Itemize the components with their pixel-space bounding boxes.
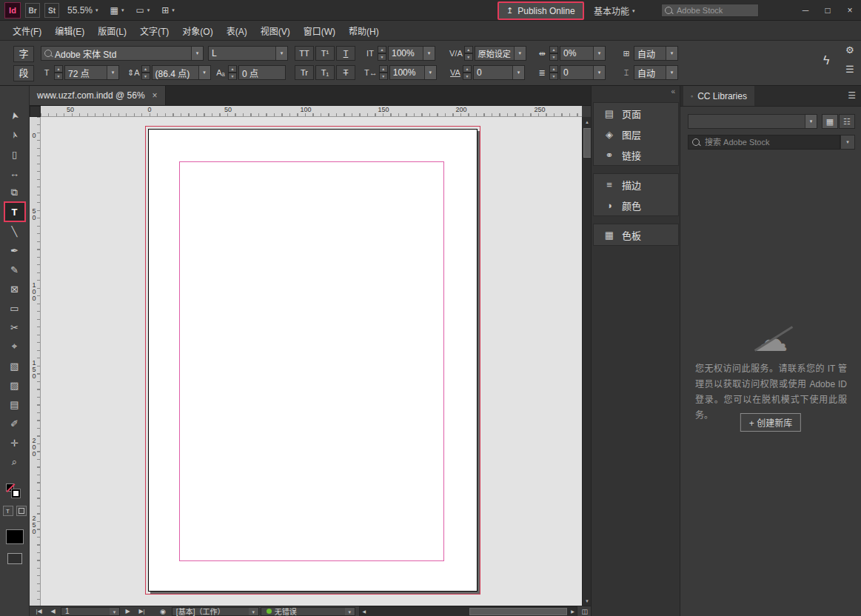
- collapse-panels-icon[interactable]: «: [671, 87, 675, 96]
- library-select-dropdown[interactable]: ▾: [688, 114, 817, 129]
- next-page-button[interactable]: ▶: [121, 608, 134, 615]
- underline-button[interactable]: T: [336, 46, 355, 61]
- type-tool[interactable]: T: [4, 202, 25, 221]
- grid-align-stepper[interactable]: ▲ ▼: [549, 65, 558, 80]
- all-caps-button[interactable]: TT: [295, 46, 314, 61]
- links-panel-button[interactable]: ⚭ 链接: [594, 144, 678, 165]
- grid-count-field[interactable]: 自动 ▾: [634, 46, 678, 61]
- horizontal-scrollbar[interactable]: ◀ ▶: [359, 606, 578, 616]
- screen-mode-button[interactable]: [7, 553, 22, 564]
- leading-stepper[interactable]: ▲ ▼: [141, 65, 150, 80]
- scrollbar-track[interactable]: [369, 607, 569, 616]
- gradient-feather-tool[interactable]: ▨: [4, 375, 25, 395]
- baseline-shift-field[interactable]: 0 点: [238, 65, 286, 80]
- vertical-scale-field[interactable]: 100% ▾: [388, 46, 435, 61]
- rectangle-frame-tool[interactable]: ⊠: [4, 279, 25, 298]
- cc-search-input[interactable]: [703, 137, 836, 147]
- maximize-button[interactable]: □: [817, 0, 839, 21]
- proportional-spacing-field[interactable]: 0% ▾: [560, 46, 606, 61]
- leading-field[interactable]: (86.4 点) ▾: [152, 65, 211, 80]
- stroke-panel-button[interactable]: ≡ 描边: [594, 174, 678, 195]
- fill-color-swatch[interactable]: [6, 529, 24, 544]
- publish-online-button[interactable]: ↥ Publish Online: [497, 1, 584, 20]
- chevron-down-icon[interactable]: ▾: [514, 47, 526, 60]
- menu-item[interactable]: 视图(V): [254, 21, 297, 40]
- scroll-left-icon[interactable]: ◀: [360, 609, 369, 614]
- line-tool[interactable]: ╲: [4, 221, 25, 241]
- menu-item[interactable]: 表(A): [220, 21, 254, 40]
- gradient-swatch-tool[interactable]: ▧: [4, 356, 25, 375]
- vertical-scale-stepper[interactable]: ▲ ▼: [378, 46, 386, 61]
- previous-page-button[interactable]: ◀: [47, 608, 59, 615]
- gap-tool[interactable]: ↔: [4, 164, 25, 183]
- search-scope-dropdown[interactable]: ▾: [840, 135, 855, 150]
- bridge-button[interactable]: Br: [25, 3, 40, 18]
- quick-apply-icon[interactable]: ϟ: [823, 54, 829, 67]
- strikethrough-button[interactable]: T: [336, 65, 355, 80]
- stroke-proxy-icon[interactable]: [12, 489, 20, 498]
- chevron-down-icon[interactable]: ▾: [423, 47, 435, 60]
- chevron-down-icon[interactable]: ▾: [512, 66, 524, 79]
- horizontal-ruler[interactable]: 50050100150200250: [41, 106, 582, 117]
- create-new-library-button[interactable]: + 创建新库: [740, 413, 801, 432]
- document-page[interactable]: [148, 129, 478, 592]
- gear-icon[interactable]: ⚙: [845, 44, 854, 56]
- font-style-combo[interactable]: L ▾: [208, 46, 288, 61]
- pen-tool[interactable]: ✒: [4, 241, 25, 260]
- menu-item[interactable]: 编辑(E): [48, 21, 91, 40]
- preflight-icon[interactable]: ◉: [160, 608, 166, 615]
- chevron-down-icon[interactable]: ▾: [805, 115, 817, 128]
- stepper-down-icon[interactable]: ▼: [378, 53, 386, 61]
- adobe-stock-search-input[interactable]: [675, 5, 783, 16]
- zoom-tool[interactable]: ⌕: [4, 452, 25, 472]
- list-view-button[interactable]: ☷: [839, 114, 855, 129]
- tracking-stepper[interactable]: ▲ ▼: [463, 65, 472, 80]
- pencil-tool[interactable]: ✎: [4, 260, 25, 279]
- chevron-down-icon[interactable]: ▾: [275, 47, 287, 60]
- menu-item[interactable]: 窗口(W): [297, 21, 342, 40]
- horizontal-scale-stepper[interactable]: ▲ ▼: [379, 65, 388, 80]
- menu-item[interactable]: 对象(O): [175, 21, 219, 40]
- view-options-dropdown[interactable]: ▦ ▾: [107, 4, 128, 17]
- zoom-level-dropdown[interactable]: 55.5% ▾: [64, 4, 102, 17]
- direct-selection-tool[interactable]: ➢: [4, 125, 25, 144]
- char-align-field[interactable]: 自动 ▾: [634, 65, 678, 80]
- grid-align-field[interactable]: 0 ▾: [560, 65, 606, 80]
- proportional-spacing-stepper[interactable]: ▲ ▼: [549, 46, 558, 61]
- font-size-field[interactable]: 72 点 ▾: [64, 65, 119, 80]
- vertical-scrollbar[interactable]: ▲ ▼: [582, 117, 591, 606]
- cc-libraries-tab[interactable]: ◦ CC Libraries: [683, 86, 754, 106]
- font-family-combo[interactable]: Adobe 宋体 Std ▾: [41, 46, 204, 61]
- color-panel-button[interactable]: ◑ 颜色: [594, 195, 678, 215]
- apply-to-container-toggle[interactable]: [16, 506, 27, 516]
- workspace-switcher-dropdown[interactable]: 基本功能 ▾: [590, 3, 639, 19]
- pages-panel-button[interactable]: ▤ 页面: [594, 103, 678, 124]
- preflight-profile-dropdown[interactable]: [基本]（工作） ▾: [172, 607, 259, 616]
- rectangle-tool[interactable]: ▭: [4, 298, 25, 318]
- layers-panel-button[interactable]: ◈ 图层: [594, 124, 678, 144]
- free-transform-tool[interactable]: ⌖: [4, 337, 25, 356]
- grid-view-button[interactable]: ▦: [822, 114, 838, 129]
- arrange-documents-dropdown[interactable]: ⊞ ▾: [158, 4, 178, 17]
- chevron-down-icon[interactable]: ▾: [191, 47, 203, 60]
- menu-item[interactable]: 文件(F): [6, 21, 48, 40]
- note-tool[interactable]: ▤: [4, 395, 25, 414]
- tracking-field[interactable]: 0 ▾: [473, 65, 525, 80]
- content-collector-tool[interactable]: ⧉: [4, 183, 25, 202]
- scissors-tool[interactable]: ✂: [4, 318, 25, 337]
- scrollbar-thumb[interactable]: [469, 608, 567, 615]
- swatches-panel-button[interactable]: ▦ 色板: [594, 224, 678, 245]
- paragraph-formatting-tab[interactable]: 段: [13, 65, 34, 81]
- menu-item[interactable]: 版面(L): [91, 21, 133, 40]
- chevron-down-icon[interactable]: ▾: [249, 608, 258, 615]
- chevron-down-icon[interactable]: ▾: [593, 66, 605, 79]
- superscript-button[interactable]: T¹: [315, 46, 335, 61]
- close-tab-icon[interactable]: ×: [153, 90, 158, 101]
- horizontal-scale-field[interactable]: 100% ▾: [389, 65, 437, 80]
- kerning-field[interactable]: 原始设定 ▾: [475, 46, 526, 61]
- subscript-button[interactable]: T₁: [315, 65, 335, 80]
- font-size-stepper[interactable]: ▲ ▼: [54, 65, 63, 80]
- document-tab[interactable]: www.uzzf.com.indd @ 56% ×: [30, 86, 166, 105]
- baseline-shift-stepper[interactable]: ▲ ▼: [228, 65, 237, 80]
- chevron-down-icon[interactable]: ▾: [198, 66, 210, 79]
